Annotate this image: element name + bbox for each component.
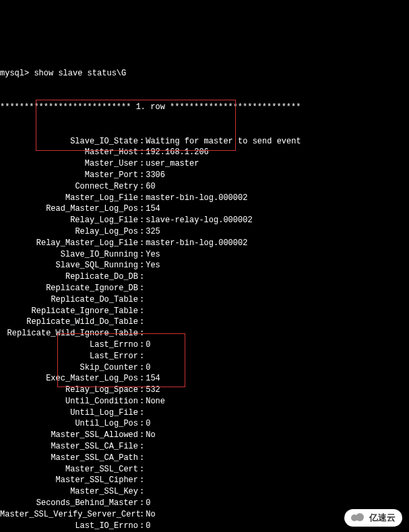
field-separator: : bbox=[138, 193, 146, 204]
field-label: Master_SSL_Key bbox=[0, 486, 138, 498]
field-row: Last_Error: bbox=[0, 351, 409, 362]
field-value: 60 bbox=[146, 181, 155, 193]
field-separator: : bbox=[138, 328, 146, 339]
field-value: None bbox=[146, 396, 165, 407]
field-label: Master_SSL_Cert bbox=[0, 464, 138, 475]
field-row: Connect_Retry:60 bbox=[0, 181, 409, 193]
field-row: Master_SSL_Key: bbox=[0, 486, 409, 498]
field-separator: : bbox=[138, 226, 146, 238]
field-row: Relay_Log_Pos:325 bbox=[0, 226, 409, 238]
field-separator: : bbox=[138, 509, 146, 521]
field-row: Relay_Log_File:slave-relay-log.000002 bbox=[0, 215, 409, 226]
field-row: Replicate_Do_DB: bbox=[0, 271, 409, 283]
field-separator: : bbox=[138, 362, 146, 374]
field-value: Waiting for master to send event bbox=[146, 136, 301, 147]
terminal-output: mysql> show slave status\G *************… bbox=[0, 45, 409, 532]
field-separator: : bbox=[138, 453, 146, 464]
field-separator: : bbox=[138, 271, 146, 283]
field-value: master-bin-log.000002 bbox=[146, 238, 247, 249]
field-separator: : bbox=[138, 294, 146, 306]
field-row: Until_Condition:None bbox=[0, 396, 409, 407]
field-label: Skip_Counter bbox=[0, 362, 138, 374]
field-label: Replicate_Wild_Ignore_Table bbox=[0, 328, 138, 339]
field-value: 0 bbox=[146, 521, 150, 532]
field-value: 0 bbox=[146, 418, 150, 430]
field-separator: : bbox=[138, 181, 146, 193]
field-row: Seconds_Behind_Master:0 bbox=[0, 498, 409, 509]
field-value: 154 bbox=[146, 373, 160, 385]
field-row: Master_Host:192.168.1.206 bbox=[0, 147, 409, 158]
field-value: Yes bbox=[146, 249, 160, 261]
field-label: Last_Errno bbox=[0, 339, 138, 351]
field-label: Replicate_Wild_Do_Table bbox=[0, 317, 138, 328]
field-separator: : bbox=[138, 249, 146, 261]
logo-text: 亿速云 bbox=[369, 512, 396, 524]
field-row: Master_User:user_master bbox=[0, 158, 409, 170]
field-separator: : bbox=[138, 283, 146, 294]
field-label: Master_SSL_Cipher bbox=[0, 475, 138, 486]
field-label: Slave_IO_Running bbox=[0, 249, 138, 261]
field-row: Until_Log_Pos:0 bbox=[0, 418, 409, 430]
field-row: Replicate_Ignore_DB: bbox=[0, 283, 409, 294]
watermark-logo: 亿速云 bbox=[344, 509, 402, 527]
field-separator: : bbox=[138, 441, 146, 453]
field-separator: : bbox=[138, 351, 146, 362]
field-value: 0 bbox=[146, 498, 150, 509]
field-row: Slave_IO_State:Waiting for master to sen… bbox=[0, 136, 409, 147]
field-label: Last_IO_Errno bbox=[0, 521, 138, 532]
field-label: Until_Condition bbox=[0, 396, 138, 407]
field-value: 532 bbox=[146, 385, 160, 396]
field-label: Master_Port bbox=[0, 170, 138, 181]
field-separator: : bbox=[138, 260, 146, 271]
field-row: Replicate_Wild_Ignore_Table: bbox=[0, 328, 409, 339]
field-separator: : bbox=[138, 430, 146, 441]
field-row: Relay_Master_Log_File:master-bin-log.000… bbox=[0, 238, 409, 249]
field-label: Relay_Log_Pos bbox=[0, 226, 138, 238]
field-separator: : bbox=[138, 203, 146, 215]
field-separator: : bbox=[138, 521, 146, 532]
field-label: Slave_SQL_Running bbox=[0, 260, 138, 271]
field-separator: : bbox=[138, 407, 146, 419]
field-value: slave-relay-log.000002 bbox=[146, 215, 252, 226]
cloud-icon bbox=[351, 513, 366, 523]
field-separator: : bbox=[138, 385, 146, 396]
field-separator: : bbox=[138, 339, 146, 351]
field-value: 192.168.1.206 bbox=[146, 147, 209, 158]
field-label: Replicate_Do_Table bbox=[0, 294, 138, 306]
field-label: Relay_Master_Log_File bbox=[0, 238, 138, 249]
field-label: Relay_Log_File bbox=[0, 215, 138, 226]
field-value: No bbox=[146, 430, 155, 441]
field-row: Master_SSL_Allowed:No bbox=[0, 430, 409, 441]
field-separator: : bbox=[138, 170, 146, 181]
field-separator: : bbox=[138, 486, 146, 498]
field-label: Replicate_Ignore_DB bbox=[0, 283, 138, 294]
field-label: Last_Error bbox=[0, 351, 138, 362]
field-row: Master_SSL_CA_File: bbox=[0, 441, 409, 453]
field-row: Master_SSL_CA_Path: bbox=[0, 453, 409, 464]
field-value: user_master bbox=[146, 158, 199, 170]
field-separator: : bbox=[138, 396, 146, 407]
field-label: Master_Log_File bbox=[0, 193, 138, 204]
field-separator: : bbox=[138, 147, 146, 158]
field-value: 154 bbox=[146, 203, 160, 215]
status-fields: Slave_IO_State:Waiting for master to sen… bbox=[0, 136, 409, 532]
field-label: Until_Log_File bbox=[0, 407, 138, 419]
field-row: Master_SSL_Cert: bbox=[0, 464, 409, 475]
field-row: Until_Log_File: bbox=[0, 407, 409, 419]
field-separator: : bbox=[138, 418, 146, 430]
field-row: Skip_Counter:0 bbox=[0, 362, 409, 374]
field-separator: : bbox=[138, 498, 146, 509]
field-separator: : bbox=[138, 373, 146, 385]
field-row: Replicate_Wild_Do_Table: bbox=[0, 317, 409, 328]
field-label: Seconds_Behind_Master bbox=[0, 498, 138, 509]
field-row: Slave_IO_Running:Yes bbox=[0, 249, 409, 261]
field-label: Master_SSL_Allowed bbox=[0, 430, 138, 441]
field-label: Master_SSL_CA_File bbox=[0, 441, 138, 453]
field-row: Master_Port:3306 bbox=[0, 170, 409, 181]
field-row: Replicate_Ignore_Table: bbox=[0, 306, 409, 317]
field-separator: : bbox=[138, 136, 146, 147]
field-value: 0 bbox=[146, 339, 150, 351]
field-value: Yes bbox=[146, 260, 160, 271]
field-label: Relay_Log_Space bbox=[0, 385, 138, 396]
field-label: Replicate_Ignore_Table bbox=[0, 306, 138, 317]
